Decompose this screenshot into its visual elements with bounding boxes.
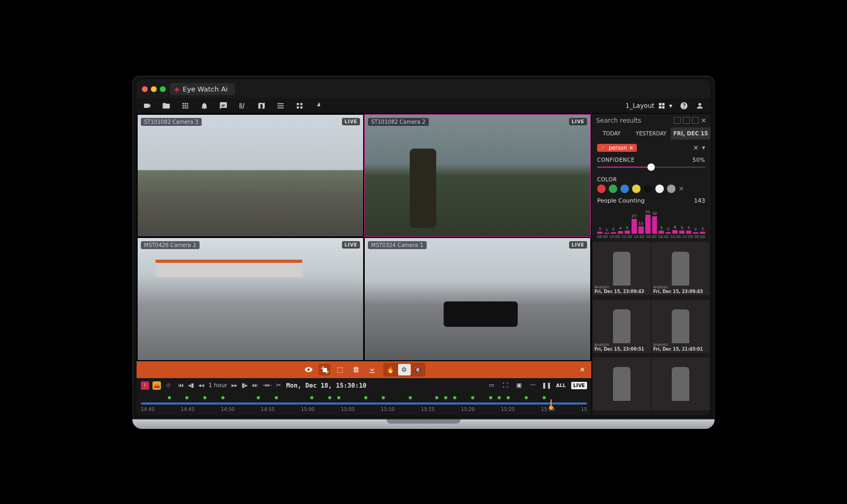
chip-remove-button[interactable]: ✕ <box>629 145 633 151</box>
timeline-event-marker[interactable] <box>185 396 188 399</box>
timeline-event-marker[interactable] <box>275 396 278 399</box>
fire-icon[interactable] <box>314 102 323 110</box>
camera-tile-1[interactable]: ST101082 Camera 3 LIVE <box>138 115 363 237</box>
timeline-event-marker[interactable] <box>498 396 501 399</box>
timeline-track[interactable] <box>141 402 587 405</box>
visibility-icon[interactable] <box>303 364 314 375</box>
fullscreen-icon[interactable]: ⛶ <box>501 381 509 390</box>
color-swatch[interactable] <box>667 185 675 193</box>
result-thumbnail[interactable]: AnalyticFri, Dec 15, 23:09:43 <box>593 242 651 295</box>
window-close-button[interactable] <box>142 86 148 92</box>
date-tab[interactable]: TODAY <box>592 127 632 140</box>
result-thumbnail[interactable]: AnalyticFri, Dec 15, 21:45:01 <box>652 300 709 353</box>
timeline-event-marker[interactable] <box>168 396 171 399</box>
activity-icon[interactable]: 〰 <box>528 381 537 390</box>
timeline-event-marker[interactable] <box>310 396 313 399</box>
list-icon[interactable] <box>276 102 285 110</box>
toolstrip-close-button[interactable]: ✕ <box>580 366 585 373</box>
result-thumbnail[interactable]: AnalyticFri, Dec 15, 23:00:51 <box>593 300 651 353</box>
step-fwd-button[interactable]: ▮▸ <box>241 382 248 389</box>
result-thumbnail[interactable] <box>593 358 651 410</box>
date-tab[interactable]: YESTERDAY <box>632 127 671 140</box>
library-icon[interactable] <box>238 102 247 110</box>
color-swatch[interactable] <box>620 185 629 193</box>
filter-chip-person[interactable]: 🚶 person ✕ <box>597 144 637 152</box>
app-tab[interactable]: ◈ Eye Watch Ai <box>170 83 235 95</box>
filter-vehicle-icon[interactable]: 🚗 <box>152 381 161 390</box>
timeline-event-marker[interactable] <box>444 396 447 399</box>
timeline-event-marker[interactable] <box>328 396 331 399</box>
live-toggle[interactable]: LIVE <box>571 382 587 389</box>
timeline-event-marker[interactable] <box>453 396 456 399</box>
camera-icon[interactable] <box>143 102 151 110</box>
download-icon[interactable] <box>366 364 378 375</box>
map-icon[interactable] <box>257 102 266 110</box>
pause-button[interactable]: ❚❚ <box>542 381 551 390</box>
timeline-event-marker[interactable] <box>489 396 492 399</box>
playhead[interactable] <box>551 399 552 408</box>
folder-icon[interactable] <box>162 102 170 110</box>
color-swatch[interactable] <box>655 185 664 193</box>
layout-selector[interactable]: 1_Layout ▾ <box>626 102 672 110</box>
notifications-icon[interactable] <box>200 102 209 110</box>
skip-end-button[interactable]: ⏭ <box>252 382 258 389</box>
slider-knob[interactable] <box>647 163 655 171</box>
mute-mode-button[interactable]: 🔇 <box>412 364 425 375</box>
user-icon[interactable] <box>696 102 704 110</box>
help-icon[interactable] <box>680 102 688 110</box>
panel-popout-icon[interactable] <box>674 117 681 124</box>
filter-person-icon[interactable]: 🚶 <box>141 381 149 390</box>
step-back-button[interactable]: ◂▮ <box>188 382 194 389</box>
timeline-event-marker[interactable] <box>382 396 385 399</box>
clear-filters-button[interactable]: ✕ <box>693 144 699 152</box>
counting-label: People Counting <box>597 197 645 204</box>
timeline-event-marker[interactable] <box>409 396 412 399</box>
aspect-icon[interactable]: ▣ <box>515 381 523 390</box>
apps-icon[interactable] <box>295 102 304 110</box>
panel-close-icon[interactable]: ✕ <box>701 117 706 124</box>
chat-icon[interactable] <box>219 102 228 110</box>
camera-tile-4[interactable]: MST0324 Camera 1 LIVE <box>365 238 590 360</box>
filter-other-icon[interactable]: ⊘ <box>164 381 173 390</box>
result-thumbnail[interactable] <box>652 358 709 410</box>
timeline-event-marker[interactable] <box>471 396 474 399</box>
rewind-button[interactable]: ◂◂ <box>199 382 204 389</box>
grid-icon[interactable] <box>181 102 190 110</box>
sync-button[interactable]: ⇥⇤ <box>262 382 272 389</box>
color-swatch[interactable] <box>632 185 641 193</box>
cut-button[interactable]: ✂ <box>276 382 281 389</box>
camera-tile-3[interactable]: MST0426 Camera 2 LIVE <box>138 238 363 360</box>
forward-button[interactable]: ▸▸ <box>231 382 237 389</box>
crop-icon[interactable] <box>319 364 330 375</box>
confidence-slider[interactable] <box>597 163 705 171</box>
color-swatch[interactable] <box>609 185 617 193</box>
camera-tile-2[interactable]: ST101082 Camera 2 LIVE <box>365 115 590 237</box>
delete-icon[interactable]: 🗑 <box>350 364 362 375</box>
window-maximize-button[interactable] <box>160 86 166 92</box>
all-label[interactable]: ALL <box>556 383 565 388</box>
speed-label[interactable]: 1 hour <box>209 382 228 389</box>
timeline-event-marker[interactable] <box>257 396 260 399</box>
clear-color-button[interactable]: ✕ <box>679 185 684 193</box>
timeline-event-marker[interactable] <box>337 396 340 399</box>
timeline-event-marker[interactable] <box>543 396 546 399</box>
color-swatch[interactable] <box>644 185 652 193</box>
region-icon[interactable]: ⬚ <box>335 364 346 375</box>
skip-start-button[interactable]: ⏮ <box>178 382 184 389</box>
timeline-event-marker[interactable] <box>203 396 206 399</box>
timeline-event-marker[interactable] <box>364 396 367 399</box>
timeline-event-marker[interactable] <box>507 396 510 399</box>
panel-restore-icon[interactable] <box>692 117 699 124</box>
color-swatch[interactable] <box>597 185 606 193</box>
window-minimize-button[interactable] <box>151 86 157 92</box>
expand-filters-button[interactable]: ▾ <box>702 144 705 151</box>
capture-icon[interactable]: ▭ <box>487 381 495 390</box>
result-thumbnail[interactable]: AnalyticFri, Dec 15, 23:09:43 <box>652 242 709 295</box>
timeline-event-marker[interactable] <box>525 396 528 399</box>
timeline-event-marker[interactable] <box>435 396 438 399</box>
date-tab[interactable]: FRI, DEC 15 <box>671 127 710 140</box>
timeline-event-marker[interactable] <box>221 396 224 399</box>
panel-split-icon[interactable] <box>683 117 690 124</box>
track-mode-button[interactable]: ⚙ <box>398 364 411 375</box>
heat-mode-button[interactable]: 🔥 <box>384 364 397 375</box>
